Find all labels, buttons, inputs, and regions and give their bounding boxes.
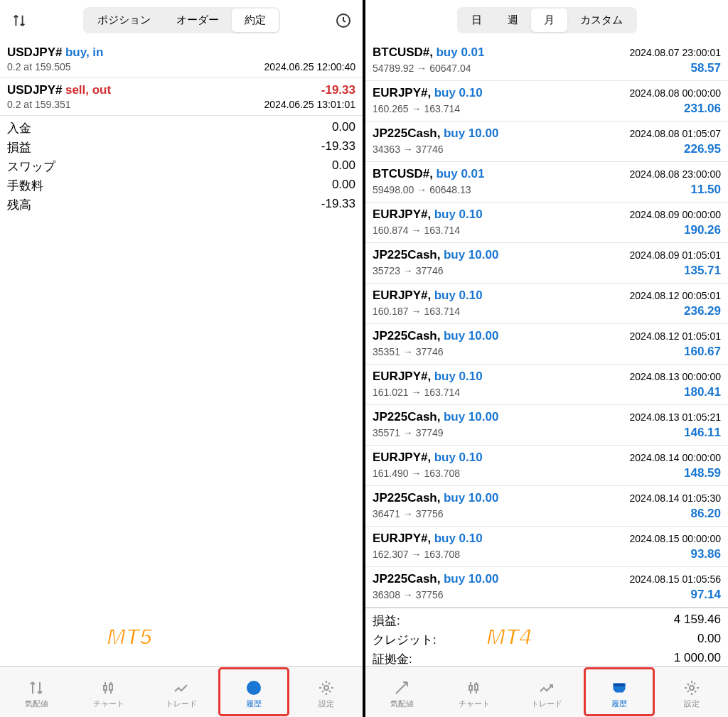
trade-row[interactable]: BTCUSD#, buy 0.01 2024.08.07 23:00:01 54… [365, 41, 728, 81]
symbol: BTCUSD#, [373, 167, 433, 180]
header-right: 日 週 月 カスタム [365, 0, 728, 41]
action-label: buy 10.00 [444, 410, 499, 424]
trade-timestamp: 2024.08.08 00:00:00 [630, 87, 721, 99]
nav-tab-history[interactable]: 履歴 [583, 667, 655, 717]
tab-custom[interactable]: カスタム [567, 9, 636, 32]
symbol: JP225Cash, [373, 126, 440, 140]
tab-position[interactable]: ポジション [85, 9, 164, 32]
summary-value: -19.33 [321, 197, 355, 213]
quotes-icon [27, 679, 46, 697]
nav-tab-settings[interactable]: 設定 [655, 667, 728, 717]
trade-timestamp: 2024.08.14 01:05:30 [630, 492, 721, 504]
trade-timestamp: 2024.06.25 12:00:40 [264, 61, 355, 72]
symbol: USDJPY# [7, 83, 62, 97]
trade-row[interactable]: EURJPY#, buy 0.10 2024.08.14 00:00:00 16… [365, 446, 728, 486]
action-label: buy 0.10 [434, 207, 483, 221]
trade-detail: 161.021 → 163.714 [373, 387, 460, 398]
summary-value: 0.00 [332, 178, 355, 194]
trade-detail: 36308 → 37756 [373, 589, 444, 600]
summary-label: スワップ [7, 158, 55, 175]
svg-point-2 [324, 686, 328, 690]
symbol: EURJPY#, [373, 289, 431, 302]
tab-day[interactable]: 日 [459, 9, 495, 32]
trade-detail: 162.307 → 163.708 [373, 549, 460, 560]
nav-tab-history[interactable]: 履歴 [218, 667, 290, 717]
history-icon [245, 679, 263, 697]
segmented-control-left: ポジション オーダー 約定 [83, 7, 280, 33]
quotes-icon [392, 679, 411, 697]
trade-row[interactable]: EURJPY#, buy 0.10 2024.08.15 00:00:00 16… [365, 527, 728, 567]
trade-row[interactable]: USDJPY# buy, in 0.2 at 159.505 2024.06.2… [0, 41, 363, 78]
svg-rect-3 [614, 684, 625, 686]
symbol: JP225Cash, [373, 491, 440, 505]
trade-value: 236.29 [684, 304, 721, 318]
trades-list-right: BTCUSD#, buy 0.01 2024.08.07 23:00:01 54… [365, 41, 728, 666]
action-label: buy 0.10 [434, 451, 483, 464]
nav-tab-chart[interactable]: チャート [438, 667, 510, 717]
action-label: buy 0.10 [434, 86, 483, 99]
trade-detail: 161.490 → 163.708 [373, 468, 460, 479]
trade-timestamp: 2024.06.25 13:01:01 [264, 99, 355, 110]
action-label: sell, out [65, 83, 111, 97]
trade-row[interactable]: EURJPY#, buy 0.10 2024.08.09 00:00:00 16… [365, 203, 728, 243]
trade-value: 148.59 [684, 466, 721, 480]
summary-row: 入金0.00 [7, 119, 355, 138]
history-icon [610, 679, 628, 697]
trade-row[interactable]: USDJPY# sell, out -19.33 0.2 at 159.351 … [0, 78, 363, 116]
trade-row[interactable]: EURJPY#, buy 0.10 2024.08.13 00:00:00 16… [365, 365, 728, 405]
nav-label: 設定 [684, 699, 700, 709]
clock-icon[interactable] [334, 11, 353, 30]
chart-icon [465, 679, 483, 697]
trade-timestamp: 2024.08.13 00:00:00 [630, 371, 721, 382]
svg-point-4 [690, 686, 694, 690]
trade-timestamp: 2024.08.12 01:05:01 [630, 330, 721, 342]
trade-timestamp: 2024.08.09 01:05:01 [630, 249, 721, 261]
summary-value: 0.00 [332, 120, 355, 136]
summary-row: スワップ0.00 [7, 157, 355, 176]
nav-tab-chart[interactable]: チャート [73, 667, 145, 717]
action-label: buy 0.10 [434, 289, 483, 302]
summary-label: クレジット: [373, 632, 437, 648]
trade-detail: 36471 → 37756 [373, 508, 444, 519]
trade-row[interactable]: JP225Cash, buy 10.00 2024.08.08 01:05:07… [365, 122, 728, 162]
nav-tab-quotes[interactable]: 気配値 [365, 667, 438, 717]
summary-right: 損益:4 159.46クレジット:0.00証拠金:1 000.00出金:0.00… [365, 608, 728, 666]
symbol: EURJPY#, [373, 532, 431, 545]
trade-value: 58.57 [690, 61, 721, 75]
trade-icon [537, 679, 556, 697]
trade-value: 190.26 [684, 223, 721, 237]
tab-deals[interactable]: 約定 [232, 9, 279, 32]
trade-row[interactable]: JP225Cash, buy 10.00 2024.08.09 01:05:01… [365, 243, 728, 284]
tab-order[interactable]: オーダー [164, 9, 232, 32]
nav-label: チャート [93, 699, 124, 709]
trade-row[interactable]: BTCUSD#, buy 0.01 2024.08.08 23:00:00 59… [365, 162, 728, 203]
tabbar-left: 気配値チャートトレード履歴設定 [0, 666, 363, 717]
action-label: buy 0.01 [436, 167, 484, 180]
summary-row: 手数料0.00 [7, 176, 355, 195]
symbol: EURJPY#, [373, 370, 431, 383]
trade-row[interactable]: JP225Cash, buy 10.00 2024.08.14 01:05:30… [365, 486, 728, 527]
nav-tab-quotes[interactable]: 気配値 [0, 667, 73, 717]
trade-row[interactable]: JP225Cash, buy 10.00 2024.08.15 01:05:56… [365, 567, 728, 608]
nav-tab-trade[interactable]: トレード [510, 667, 583, 717]
trade-timestamp: 2024.08.07 23:00:01 [630, 47, 721, 58]
tab-month[interactable]: 月 [531, 9, 567, 32]
trade-detail: 160.187 → 163.714 [373, 306, 460, 317]
trade-row[interactable]: EURJPY#, buy 0.10 2024.08.08 00:00:00 16… [365, 81, 728, 122]
trade-row[interactable]: EURJPY#, buy 0.10 2024.08.12 00:05:01 16… [365, 284, 728, 324]
summary-label: 損益 [7, 139, 31, 156]
summary-value: -19.33 [321, 139, 355, 156]
nav-tab-trade[interactable]: トレード [145, 667, 218, 717]
tab-week[interactable]: 週 [495, 9, 531, 32]
trade-row[interactable]: JP225Cash, buy 10.00 2024.08.12 01:05:01… [365, 324, 728, 365]
trade-value: 160.67 [684, 345, 721, 359]
summary-left: 入金0.00損益-19.33スワップ0.00手数料0.00残高-19.33 [0, 116, 363, 217]
action-label: buy 0.01 [436, 45, 484, 59]
symbol: JP225Cash, [373, 572, 440, 586]
nav-tab-settings[interactable]: 設定 [290, 667, 363, 717]
nav-label: 履歴 [611, 699, 627, 709]
trade-value: 97.14 [690, 588, 721, 602]
action-label: buy 0.10 [434, 370, 483, 383]
sort-icon[interactable] [10, 11, 28, 30]
trade-row[interactable]: JP225Cash, buy 10.00 2024.08.13 01:05:21… [365, 405, 728, 446]
